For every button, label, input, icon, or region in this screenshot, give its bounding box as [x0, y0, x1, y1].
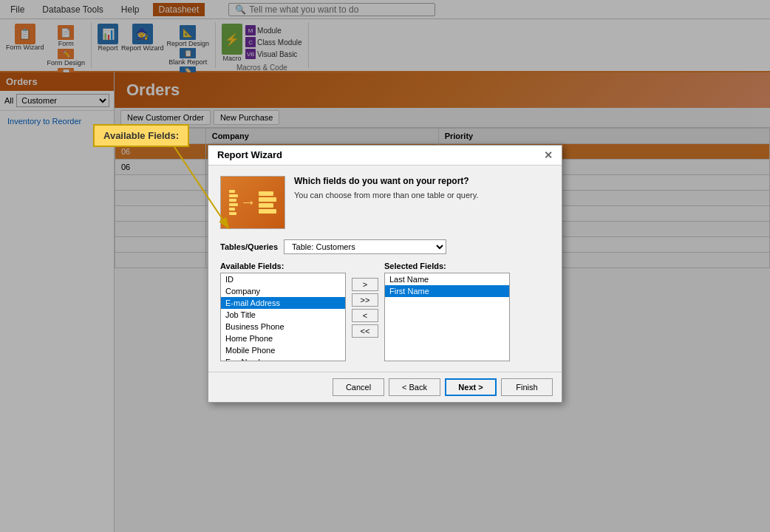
available-fields-label: Available Fields:	[220, 262, 346, 270]
wizard-text: Which fields do you want on your report?…	[294, 176, 479, 229]
dialog-titlebar: Report Wizard ✕	[208, 146, 562, 166]
field-item-email[interactable]: E-mail Address	[221, 297, 345, 309]
tables-queries-select[interactable]: Table: Customers	[284, 239, 446, 254]
dialog-title: Report Wizard	[217, 149, 282, 160]
move-all-left-btn[interactable]: <<	[352, 324, 378, 338]
selected-field-lastname[interactable]: Last Name	[385, 273, 509, 285]
field-item-mobilephone[interactable]: Mobile Phone	[221, 344, 345, 356]
field-item-id[interactable]: ID	[221, 273, 345, 285]
cancel-button[interactable]: Cancel	[333, 378, 384, 396]
next-button[interactable]: Next >	[445, 378, 497, 396]
callout-box: Available Fields:	[93, 124, 189, 147]
move-all-right-btn[interactable]: >>	[352, 293, 378, 307]
selected-field-firstname[interactable]: First Name	[385, 285, 509, 297]
move-left-btn[interactable]: <	[352, 309, 378, 322]
overlay: Available Fields: Report Wizard ✕	[0, 0, 770, 532]
selected-fields-label: Selected Fields:	[384, 262, 510, 270]
close-icon[interactable]: ✕	[544, 149, 553, 161]
finish-button[interactable]: Finish	[501, 378, 553, 396]
field-item-jobtitle[interactable]: Job Title	[221, 309, 345, 321]
dialog-body: → Which fields do you want on your repor…	[208, 166, 562, 372]
report-wizard-dialog: Report Wizard ✕	[208, 145, 562, 403]
tables-queries-label: Tables/Queries	[220, 242, 278, 251]
tables-queries-row: Tables/Queries Table: Customers	[220, 239, 550, 254]
selected-fields-panel: Selected Fields: Last Name First Name	[384, 262, 510, 361]
wizard-icon: →	[220, 176, 285, 229]
field-item-homephone[interactable]: Home Phone	[221, 332, 345, 344]
selected-fields-list[interactable]: Last Name First Name	[384, 273, 510, 361]
wizard-desc: You can choose from more than one table …	[294, 191, 479, 200]
dialog-footer: Cancel < Back Next > Finish	[208, 372, 562, 402]
field-item-fax[interactable]: Fax Number	[221, 356, 345, 361]
available-fields-panel: Available Fields: ID Company E-mail Addr…	[220, 262, 346, 361]
back-button[interactable]: < Back	[389, 378, 440, 396]
transfer-btns-group: > >> < <<	[349, 262, 381, 338]
available-fields-list[interactable]: ID Company E-mail Address Job Title Busi…	[220, 273, 346, 361]
field-item-businessphone[interactable]: Business Phone	[221, 321, 345, 332]
field-item-company[interactable]: Company	[221, 285, 345, 297]
move-right-btn[interactable]: >	[352, 278, 378, 291]
wizard-question: Which fields do you want on your report?	[294, 176, 479, 186]
